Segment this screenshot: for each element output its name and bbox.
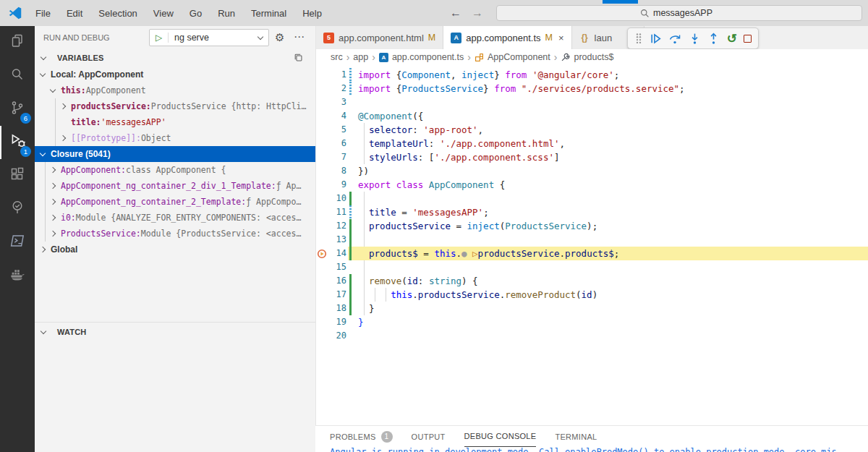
stop-button[interactable]: [744, 35, 752, 43]
panel-tab-terminal[interactable]: TERMINAL: [555, 426, 597, 447]
menu-terminal[interactable]: Terminal: [243, 8, 294, 19]
step-out-button[interactable]: [707, 33, 720, 45]
breadcrumb-item[interactable]: app.component.ts: [392, 52, 464, 62]
var-text: Module {ProductsService: <acces…: [141, 229, 302, 239]
var-title[interactable]: title: 'messagesAPP': [35, 114, 315, 130]
line-number: 1: [322, 68, 348, 82]
close-icon[interactable]: ×: [558, 33, 564, 43]
continue-button[interactable]: [650, 33, 662, 45]
tab-app-component-html[interactable]: 5app.component.htmlM: [316, 26, 443, 49]
breakpoint-gutter[interactable]: [316, 95, 322, 109]
launch-config-dropdown[interactable]: ▷ ng serve: [149, 29, 269, 46]
var-i0[interactable]: i0: Module {ANALYZE_FOR_ENTRY_COMPONENTS…: [35, 210, 315, 226]
tab-app-component-ts[interactable]: Aapp.component.tsM×: [443, 26, 571, 49]
breakpoint-gutter[interactable]: [316, 329, 322, 343]
code-editor[interactable]: 1import {Component, inject} from '@angul…: [316, 65, 868, 425]
activity-item-explorer[interactable]: [0, 26, 35, 59]
scope-local[interactable]: Local: AppComponent: [35, 67, 315, 82]
breadcrumb-item[interactable]: src: [331, 52, 343, 62]
collapse-all-icon[interactable]: [294, 53, 304, 63]
breakpoint-gutter[interactable]: [316, 68, 322, 82]
scope-global[interactable]: Global: [35, 242, 315, 257]
menu-view[interactable]: View: [145, 8, 182, 19]
line-number: 19: [322, 315, 348, 329]
activity-item-extensions[interactable]: [0, 159, 35, 192]
step-into-button[interactable]: [689, 33, 701, 45]
breakpoint-gutter[interactable]: [316, 164, 322, 178]
var-productsservice-module[interactable]: ProductsService: Module {ProductsService…: [35, 226, 315, 242]
source-control-badge: 6: [20, 113, 31, 124]
panel-tab-problems[interactable]: PROBLEMS1: [330, 426, 393, 447]
breakpoint-gutter[interactable]: [316, 219, 322, 233]
var-this[interactable]: this: AppComponent: [35, 82, 315, 98]
start-debug-button[interactable]: ▷: [150, 33, 169, 43]
line-number: 13: [322, 233, 348, 247]
breakpoint-gutter[interactable]: [316, 315, 322, 329]
breadcrumb-item[interactable]: AppComponent: [488, 52, 550, 62]
breakpoint-gutter[interactable]: [316, 260, 322, 274]
breakpoint-gutter[interactable]: [316, 82, 322, 95]
search-input[interactable]: [653, 8, 718, 18]
breakpoint-gutter[interactable]: [316, 137, 322, 150]
command-center-search[interactable]: [496, 5, 862, 21]
breakpoint-gutter[interactable]: [316, 178, 322, 192]
panel-tab-debug-console[interactable]: DEBUG CONSOLE: [464, 426, 537, 447]
chevron-right-icon: [40, 247, 46, 252]
menu-selection[interactable]: Selection: [90, 8, 145, 19]
variables-section-header[interactable]: VARIABLES: [35, 49, 315, 67]
step-over-button[interactable]: [668, 33, 681, 45]
menu-help[interactable]: Help: [294, 8, 330, 19]
line-number: 7: [322, 150, 348, 164]
code-line-19: 19}: [316, 315, 868, 329]
activity-item-todo-tree[interactable]: [0, 192, 35, 226]
var-productsService[interactable]: productsService: ProductsService {http: …: [35, 98, 315, 114]
nav-back-button[interactable]: ←: [450, 7, 461, 20]
breakpoint-gutter[interactable]: [316, 233, 322, 247]
grip-handle[interactable]: [634, 33, 643, 44]
activity-item-run-and-debug[interactable]: 1: [0, 126, 35, 159]
breadcrumb: src›app›Aapp.component.ts›AppComponent›p…: [316, 49, 868, 65]
panel-tab-output[interactable]: OUTPUT: [412, 426, 446, 447]
var-text: title:: [71, 117, 101, 127]
menu-go[interactable]: Go: [182, 8, 210, 19]
line-number: 4: [322, 109, 348, 123]
restart-button[interactable]: ↺: [727, 33, 737, 45]
gear-icon[interactable]: ⚙: [275, 32, 284, 43]
panel-tab-label: DEBUG CONSOLE: [464, 432, 537, 440]
code-text: styleUrls: ['./app.component.scss']: [352, 150, 559, 164]
breadcrumb-item[interactable]: products$: [574, 52, 613, 62]
scope-closure[interactable]: Closure (5041): [35, 146, 315, 162]
breakpoint-gutter[interactable]: [316, 302, 322, 315]
breakpoint-gutter[interactable]: [316, 247, 322, 260]
menu-file[interactable]: File: [27, 8, 59, 19]
chevron-down-icon: [40, 150, 46, 155]
nav-forward-button[interactable]: →: [472, 7, 483, 20]
breadcrumb-item[interactable]: app: [353, 52, 368, 62]
breakpoint-gutter[interactable]: [316, 123, 322, 137]
breakpoint-gutter[interactable]: [316, 109, 322, 123]
html5-icon: 5: [323, 33, 334, 43]
breakpoint-gutter[interactable]: [316, 274, 322, 288]
breakpoint-gutter[interactable]: [316, 150, 322, 164]
tab-label: laun: [595, 33, 613, 43]
breakpoint-gutter[interactable]: [316, 288, 322, 302]
breakpoint-gutter[interactable]: [316, 192, 322, 205]
activity-item-terminal[interactable]: [0, 226, 35, 259]
breakpoint-gutter[interactable]: [316, 205, 322, 219]
indent-guide: [55, 98, 56, 146]
var-appcomponent[interactable]: AppComponent: class AppComponent {: [35, 162, 315, 178]
menu-run[interactable]: Run: [210, 8, 243, 19]
watch-section-header[interactable]: WATCH: [35, 324, 315, 340]
activity-item-docker[interactable]: [0, 259, 35, 292]
var-prototype[interactable]: [[Prototype]]: Object: [35, 130, 315, 146]
var-ng-container-div-template[interactable]: AppComponent_ng_container_2_div_1_Templa…: [35, 178, 315, 194]
var-ng-container-template[interactable]: AppComponent_ng_container_2_Template: ƒ …: [35, 194, 315, 210]
code-text: import {ProductsService} from "./service…: [352, 82, 685, 95]
editor-group: 5app.component.htmlMAapp.component.tsM×{…: [315, 26, 868, 452]
code-line-8: 8}): [316, 164, 868, 178]
chevron-down-icon: [258, 33, 263, 39]
activity-item-source-control[interactable]: 6: [0, 93, 35, 126]
menu-edit[interactable]: Edit: [59, 8, 90, 19]
activity-item-search[interactable]: [0, 59, 35, 93]
more-actions-button[interactable]: ⋯: [294, 30, 305, 43]
